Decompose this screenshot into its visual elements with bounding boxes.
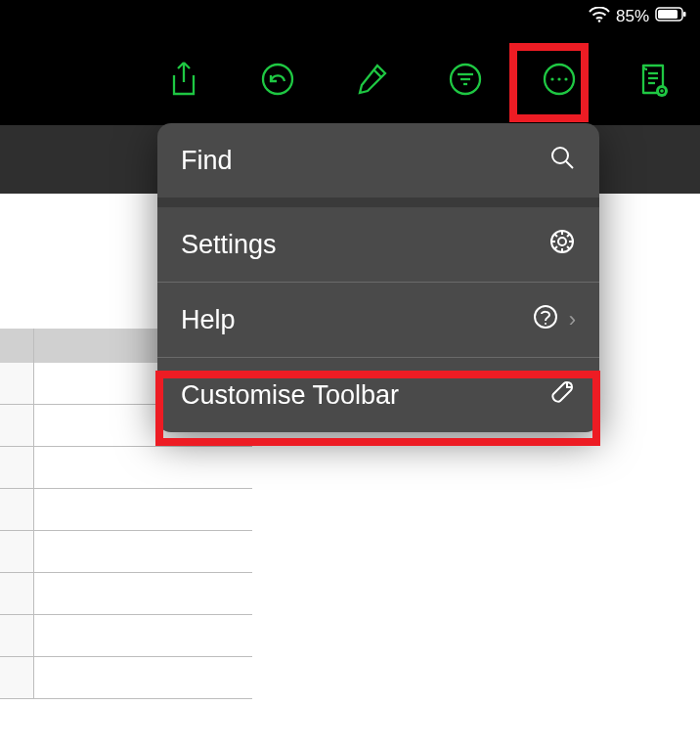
svg-point-32 xyxy=(545,323,547,325)
row-header-cell[interactable] xyxy=(0,531,34,572)
cell[interactable] xyxy=(34,573,252,614)
svg-point-0 xyxy=(598,20,601,22)
help-icon xyxy=(532,303,559,337)
row-header-cell[interactable] xyxy=(0,657,34,698)
chevron-right-icon: › xyxy=(569,307,576,332)
svg-point-11 xyxy=(557,77,560,80)
svg-point-4 xyxy=(263,65,292,94)
svg-line-29 xyxy=(554,246,557,249)
battery-percent: 85% xyxy=(616,7,649,26)
cell[interactable] xyxy=(34,447,252,488)
more-button[interactable] xyxy=(540,60,579,99)
battery-icon xyxy=(655,7,686,26)
cell[interactable] xyxy=(34,489,252,530)
activity-button[interactable] xyxy=(634,60,673,99)
wifi-icon xyxy=(589,7,610,27)
svg-point-22 xyxy=(558,238,566,245)
row-header-cell[interactable] xyxy=(0,405,34,446)
svg-line-28 xyxy=(567,246,570,249)
table-row[interactable] xyxy=(0,657,252,699)
svg-rect-3 xyxy=(683,12,686,17)
row-header-cell[interactable] xyxy=(0,447,34,488)
table-row[interactable] xyxy=(0,615,252,657)
status-bar: 85% xyxy=(0,0,700,33)
more-menu-popover: Find Settings xyxy=(157,123,599,432)
gear-icon xyxy=(548,228,576,262)
format-brush-button[interactable] xyxy=(352,60,391,99)
menu-item-find[interactable]: Find xyxy=(157,123,599,198)
svg-line-30 xyxy=(567,234,570,237)
svg-line-27 xyxy=(554,234,557,237)
table-row[interactable] xyxy=(0,573,252,615)
row-header-cell[interactable] xyxy=(0,615,34,656)
row-header-cell[interactable] xyxy=(0,573,34,614)
menu-divider xyxy=(157,198,599,207)
menu-item-help[interactable]: Help › xyxy=(157,283,599,357)
svg-line-20 xyxy=(566,161,573,168)
menu-item-label: Settings xyxy=(181,230,277,260)
filter-button[interactable] xyxy=(446,60,485,99)
svg-point-12 xyxy=(564,77,567,80)
row-header-cell[interactable] xyxy=(0,489,34,530)
cell[interactable] xyxy=(34,531,252,572)
svg-point-18 xyxy=(660,89,664,93)
menu-item-label: Customise Toolbar xyxy=(181,380,399,411)
search-icon xyxy=(548,144,576,178)
menu-item-customise-toolbar[interactable]: Customise Toolbar xyxy=(157,358,599,432)
cell[interactable] xyxy=(34,615,252,656)
corner-cell[interactable] xyxy=(0,329,34,363)
svg-point-10 xyxy=(550,77,553,80)
svg-point-19 xyxy=(552,148,568,163)
table-row[interactable] xyxy=(0,447,252,489)
svg-rect-2 xyxy=(658,10,678,19)
menu-item-settings[interactable]: Settings xyxy=(157,207,599,282)
menu-item-label: Find xyxy=(181,146,233,176)
menu-item-label: Help xyxy=(181,305,236,335)
row-header-cell[interactable] xyxy=(0,363,34,404)
undo-button[interactable] xyxy=(258,60,297,99)
table-row[interactable] xyxy=(0,531,252,573)
cell[interactable] xyxy=(34,657,252,698)
toolbar xyxy=(0,33,700,125)
table-row[interactable] xyxy=(0,489,252,531)
wrench-icon xyxy=(548,378,576,413)
share-button[interactable] xyxy=(164,60,203,99)
